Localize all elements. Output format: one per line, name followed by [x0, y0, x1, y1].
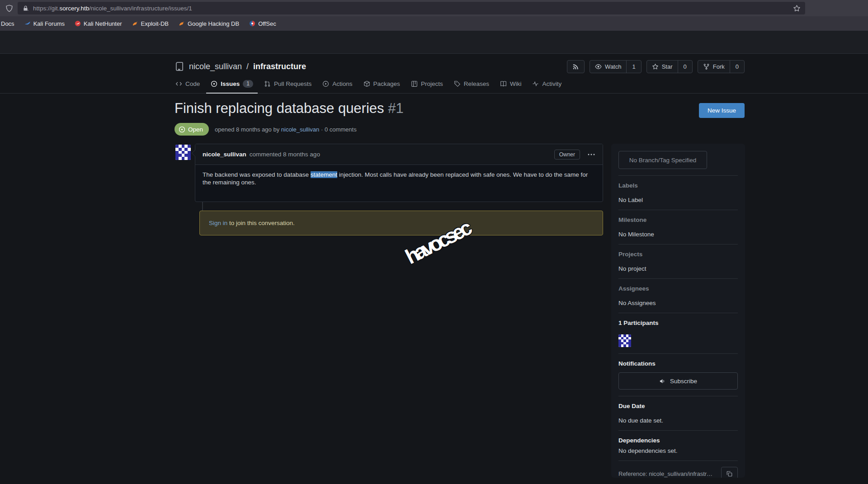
bookmark-google-hacking-db[interactable]: Google Hacking DB: [179, 20, 239, 27]
bookmark-label: Exploit-DB: [141, 20, 169, 27]
bookmark-kali-nethunter[interactable]: Kali NetHunter: [75, 20, 122, 27]
pulse-icon: [532, 80, 539, 87]
star-button[interactable]: Star: [647, 61, 678, 73]
due-date-value: No due date set.: [618, 417, 738, 424]
assignees-heading: Assignees: [618, 285, 738, 292]
ellipsis-icon[interactable]: [587, 151, 595, 158]
watch-button-group: Watch 1: [590, 60, 642, 73]
comment-card: nicole_sullivan commented 8 months ago O…: [195, 144, 603, 202]
fork-count[interactable]: 0: [730, 61, 744, 73]
tab-code[interactable]: Code: [171, 76, 204, 94]
new-issue-button[interactable]: New Issue: [699, 103, 745, 118]
issue-author-link[interactable]: nicole_sullivan: [281, 126, 320, 133]
subscribe-button[interactable]: Subscribe: [618, 372, 738, 390]
comment-arrow-inner: [192, 150, 195, 156]
star-outline-icon: [652, 63, 659, 70]
watch-count[interactable]: 1: [626, 61, 641, 73]
reference-row: Reference: nicole_sullivan/infrastr…: [618, 465, 738, 478]
divider: [618, 278, 738, 279]
url-protocol: https://git.: [33, 5, 60, 12]
tab-label: Releases: [464, 80, 489, 87]
repo-name-link[interactable]: infrastructure: [253, 62, 306, 71]
bookmark-docs[interactable]: Docs: [1, 20, 14, 27]
bookmark-offsec[interactable]: OffSec: [249, 20, 276, 27]
reference-label: Reference: nicole_sullivan/infrastr…: [618, 470, 712, 477]
due-date-heading: Due Date: [618, 403, 738, 409]
star-button-group: Star 0: [646, 60, 693, 73]
repo-action-buttons: Watch 1 Star 0 Fork 0: [567, 60, 745, 73]
comment-body: The backend was exposed to database stat…: [195, 165, 603, 193]
tab-label: Issues: [221, 80, 240, 87]
lock-warning-icon[interactable]: [22, 5, 29, 12]
fork-button[interactable]: Fork: [698, 61, 730, 73]
watch-button[interactable]: Watch: [590, 61, 626, 73]
signin-banner: Sign in to join this conversation.: [199, 211, 603, 235]
subscribe-label: Subscribe: [670, 378, 697, 385]
play-circle-icon: [322, 80, 329, 87]
tab-activity[interactable]: Activity: [528, 76, 566, 94]
issue-status-row: Open opened 8 months ago by nicole_sulli…: [175, 123, 357, 136]
owner-badge: Owner: [554, 150, 580, 160]
divider: [618, 244, 738, 244]
branch-selector[interactable]: No Branch/Tag Specified: [618, 151, 707, 169]
sign-in-link[interactable]: Sign in: [209, 220, 227, 226]
bookmark-kali-forums[interactable]: Kali Forums: [24, 20, 65, 27]
signin-banner-text: to join this conversation.: [227, 220, 295, 226]
bookmark-label: Kali Forums: [33, 20, 65, 27]
labels-value: No Label: [618, 197, 738, 203]
issue-state-badge: Open: [175, 123, 209, 136]
milestone-value: No Milestone: [618, 231, 738, 238]
bookmark-label: Docs: [1, 20, 14, 27]
bookmark-exploit-db[interactable]: Exploit-DB: [132, 20, 169, 27]
url-domain: sorcery.htb: [60, 5, 90, 12]
tab-packages[interactable]: Packages: [359, 76, 405, 94]
rss-button[interactable]: [567, 60, 585, 73]
tab-wiki[interactable]: Wiki: [495, 76, 526, 94]
tab-label: Actions: [332, 80, 352, 87]
fork-label: Fork: [713, 63, 725, 70]
assignees-value: No Assignees: [618, 300, 738, 306]
book-icon: [500, 80, 507, 87]
identicon: [618, 334, 631, 347]
projects-value: No project: [618, 265, 738, 272]
tab-label: Code: [185, 80, 200, 87]
copy-icon: [726, 470, 733, 477]
copy-reference-button[interactable]: [721, 467, 738, 478]
kali-nethunter-icon: [75, 20, 81, 27]
screen: https://git.sorcery.htb/nicole_sullivan/…: [0, 0, 868, 484]
comment-author-link[interactable]: nicole_sullivan: [203, 151, 246, 158]
projects-heading: Projects: [618, 251, 738, 258]
issue-opened-icon: [211, 80, 217, 87]
star-count[interactable]: 0: [678, 61, 692, 73]
participants-heading: 1 Participants: [618, 320, 738, 326]
url-bar[interactable]: https://git.sorcery.htb/nicole_sullivan/…: [18, 2, 805, 14]
divider: [618, 175, 738, 176]
issue-title: Finish replacing database queries #1: [175, 100, 404, 117]
tab-projects[interactable]: Projects: [406, 76, 448, 94]
issue-meta-suffix: · 0 comments: [321, 126, 357, 133]
url-text: https://git.sorcery.htb/nicole_sullivan/…: [33, 5, 192, 12]
tab-actions[interactable]: Actions: [318, 76, 357, 94]
google-hacking-db-icon: [179, 20, 185, 27]
shield-icon[interactable]: [5, 5, 13, 12]
kali-forums-icon: [24, 20, 31, 27]
bookmark-label: OffSec: [258, 20, 276, 27]
tab-pull-requests[interactable]: Pull Requests: [259, 76, 316, 94]
participant-avatar[interactable]: [618, 334, 631, 347]
tab-label: Projects: [421, 80, 443, 87]
divider: [618, 430, 738, 431]
notifications-heading: Notifications: [618, 360, 738, 367]
divider: [618, 210, 738, 210]
comment-text: The backend was exposed to database: [203, 171, 311, 178]
tab-issues[interactable]: Issues1: [206, 76, 258, 94]
bookmark-star-icon[interactable]: [793, 5, 801, 12]
tab-releases[interactable]: Releases: [449, 76, 494, 94]
issue-sidebar: No Branch/Tag Specified Labels No Label …: [611, 144, 745, 478]
identicon: [175, 145, 191, 160]
repo-owner-link[interactable]: nicole_sullivan: [189, 62, 242, 71]
issue-number: #1: [388, 100, 403, 116]
labels-heading: Labels: [618, 182, 738, 189]
divider: [618, 396, 738, 396]
speaker-icon: [659, 378, 666, 385]
comment-author-avatar[interactable]: [175, 145, 191, 160]
